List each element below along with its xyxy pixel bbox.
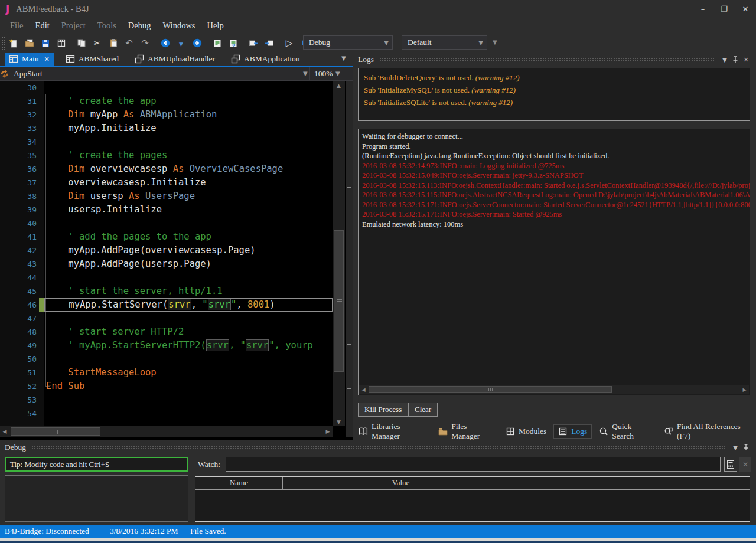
tool-tab-modules[interactable]: Modules xyxy=(501,425,550,438)
toolbar-grip[interactable] xyxy=(1,37,5,50)
code-line[interactable] xyxy=(44,271,333,284)
pin-icon[interactable] xyxy=(741,444,751,451)
code-line[interactable]: usersp.Initialize xyxy=(44,203,333,217)
build-mode-select[interactable]: Debug ▼ xyxy=(303,35,393,50)
scrollbar-thumb[interactable] xyxy=(334,230,344,372)
current-code-line[interactable]: myApp.StartServer(srvr, "srvr", 8001) xyxy=(44,298,333,312)
code-line[interactable]: ' add the pages to the app xyxy=(44,230,333,244)
menu-help[interactable]: Help xyxy=(201,19,230,32)
code-line[interactable] xyxy=(44,393,333,407)
line-number[interactable]: 34 xyxy=(0,135,44,149)
save-button[interactable] xyxy=(37,35,53,50)
uncomment-code-button[interactable] xyxy=(225,35,241,50)
open-project-button[interactable] xyxy=(21,35,37,50)
build-config-select[interactable]: Default ▼ xyxy=(402,35,487,50)
line-number[interactable]: 39 xyxy=(0,203,44,217)
line-number[interactable]: 42 xyxy=(0,244,44,257)
paste-button[interactable] xyxy=(105,35,121,50)
panel-menu-chevron-icon[interactable]: ▼ xyxy=(730,444,741,452)
line-number[interactable]: 49 xyxy=(0,339,44,352)
watch-expression-input[interactable] xyxy=(226,457,721,472)
tab-main[interactable]: Main✕ xyxy=(5,53,54,66)
menu-debug[interactable]: Debug xyxy=(122,19,157,32)
line-number[interactable]: 45 xyxy=(0,284,44,298)
minimize-button[interactable]: – xyxy=(692,0,713,18)
line-number[interactable]: 43 xyxy=(0,257,44,271)
tab-list-chevron-icon[interactable]: ▼ xyxy=(341,55,346,61)
restore-button[interactable]: ❐ xyxy=(713,0,735,18)
comment-code-button[interactable] xyxy=(209,35,225,50)
remove-module-button[interactable] xyxy=(261,35,277,50)
run-button[interactable]: ▷ xyxy=(281,35,297,50)
code-line[interactable] xyxy=(44,352,333,366)
line-number[interactable]: 48 xyxy=(0,325,44,339)
code-line[interactable]: ' create the app xyxy=(44,94,333,108)
scroll-right-icon[interactable]: ▶ xyxy=(740,385,749,394)
export-zip-button[interactable] xyxy=(53,35,69,50)
code-line[interactable] xyxy=(44,312,333,325)
code-line[interactable]: myApp.Initialize xyxy=(44,122,333,135)
code-line[interactable]: ' start server HTTP/2 xyxy=(44,325,333,339)
line-number[interactable]: 40 xyxy=(0,217,44,230)
code-line[interactable] xyxy=(44,81,333,94)
redo-button[interactable]: ↷ xyxy=(137,35,153,50)
scroll-right-icon[interactable]: ▶ xyxy=(323,426,333,437)
scroll-left-icon[interactable]: ◀ xyxy=(0,426,9,437)
evaluate-button[interactable] xyxy=(724,457,737,472)
code-line[interactable]: myApp.AddPage(overviewcasesp.Page) xyxy=(44,244,333,257)
line-number[interactable]: 51 xyxy=(0,366,44,380)
line-number[interactable]: 44 xyxy=(0,271,44,284)
cut-button[interactable]: ✂ xyxy=(89,35,105,50)
code-line[interactable] xyxy=(44,407,333,420)
code-line[interactable]: Dim myApp As ABMApplication xyxy=(44,108,333,122)
menu-file[interactable]: File xyxy=(4,19,30,32)
line-number[interactable]: 32 xyxy=(0,108,44,122)
panel-drag-handle[interactable] xyxy=(379,57,714,63)
undo-button[interactable]: ↶ xyxy=(121,35,137,50)
line-number[interactable]: 52 xyxy=(0,380,44,393)
scrollbar-thumb[interactable] xyxy=(369,386,612,393)
toolbar-overflow-icon[interactable]: ▼ xyxy=(493,39,497,45)
code-line[interactable]: ' start the server, http/1.1 xyxy=(44,284,333,298)
chevron-down-icon[interactable]: ▼ xyxy=(335,70,340,77)
code-text-area[interactable]: ' create the app Dim myApp As ABMApplica… xyxy=(44,81,333,426)
chevron-down-icon[interactable]: ▼ xyxy=(303,70,308,77)
nav-history-caret-button[interactable]: ▼ xyxy=(173,35,189,50)
code-line[interactable]: overviewcasesp.Initialize xyxy=(44,176,333,189)
code-line[interactable]: End Sub xyxy=(44,380,333,393)
compiler-warnings-box[interactable]: Sub 'BuildDeleteQuery' is not used. (war… xyxy=(358,68,750,121)
line-number[interactable]: 31 xyxy=(0,94,44,108)
clear-watch-button[interactable]: ✕ xyxy=(739,457,751,472)
copy-button[interactable] xyxy=(73,35,89,50)
code-line[interactable]: ' myApp.StartServerHTTP2(srvr, "srvr", y… xyxy=(44,339,333,352)
line-number[interactable]: 36 xyxy=(0,162,44,176)
scroll-down-icon[interactable]: ▼ xyxy=(333,417,345,426)
pin-icon[interactable] xyxy=(730,56,741,63)
menu-project[interactable]: Project xyxy=(56,19,92,32)
kill-process-button[interactable]: Kill Process xyxy=(358,403,408,417)
close-button[interactable]: ✕ xyxy=(735,0,756,18)
program-log-box[interactable]: Waiting for debugger to connect...Progra… xyxy=(358,129,750,395)
navigate-back-button[interactable] xyxy=(157,35,173,50)
line-number[interactable]: 46 xyxy=(0,298,44,312)
watch-table[interactable]: Name Value xyxy=(195,476,750,522)
line-number[interactable]: 47 xyxy=(0,312,44,325)
menu-tools[interactable]: Tools xyxy=(92,19,122,32)
menu-windows[interactable]: Windows xyxy=(157,19,201,32)
code-line[interactable]: StartMessageLoop xyxy=(44,366,333,380)
code-line[interactable]: ' create the pages xyxy=(44,149,333,162)
navigate-forward-button[interactable] xyxy=(189,35,205,50)
line-number[interactable]: 54 xyxy=(0,407,44,420)
line-number[interactable]: 33 xyxy=(0,122,44,135)
close-tab-icon[interactable]: ✕ xyxy=(44,55,50,63)
code-line[interactable]: Dim usersp As UsersPage xyxy=(44,189,333,203)
panel-drag-handle[interactable] xyxy=(31,445,725,450)
sub-navigator[interactable]: AppStart ▼ 100% ▼ xyxy=(0,67,353,81)
code-editor[interactable]: 3031323334353637383940414243444546474849… xyxy=(0,81,353,440)
close-panel-icon[interactable]: ✕ xyxy=(741,56,751,64)
line-number[interactable]: 30 xyxy=(0,81,44,94)
add-module-button[interactable] xyxy=(245,35,261,50)
code-line[interactable]: myApp.AddPage(usersp.Page) xyxy=(44,257,333,271)
menu-edit[interactable]: Edit xyxy=(30,19,56,32)
new-project-button[interactable] xyxy=(5,35,21,50)
